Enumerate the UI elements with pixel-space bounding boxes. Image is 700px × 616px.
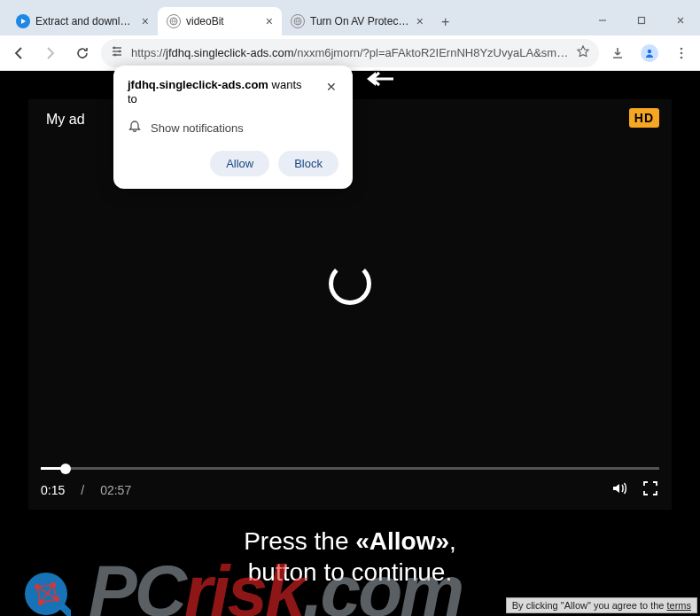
site-settings-icon[interactable] — [110, 44, 124, 61]
address-bar[interactable]: https://jfdhq.singleclick-ads.com/nxxm6j… — [101, 39, 599, 67]
terms-link[interactable]: terms — [667, 600, 692, 611]
volume-icon[interactable] — [610, 479, 629, 501]
tab-0[interactable]: Extract and download audio an × — [7, 7, 158, 35]
close-icon[interactable]: × — [266, 14, 273, 28]
tab-2[interactable]: Turn On AV Protection × — [282, 7, 432, 35]
window-controls — [583, 5, 700, 35]
duration: 02:57 — [100, 483, 131, 497]
play-circle-icon — [16, 14, 30, 28]
time-separator: / — [81, 483, 84, 497]
svg-point-7 — [681, 47, 683, 50]
terms-disclaimer: By clicking "Allow" you agree to the ter… — [506, 597, 697, 613]
annotation-arrow-icon — [365, 69, 395, 92]
forward-button[interactable] — [37, 40, 64, 66]
cta-text: Press the «Allow», button to continue. — [0, 526, 700, 588]
tab-1[interactable]: videoBit × — [158, 7, 282, 35]
hd-badge: HD — [629, 108, 659, 128]
globe-icon — [167, 14, 181, 28]
fullscreen-icon[interactable] — [642, 480, 659, 500]
globe-icon — [291, 14, 305, 28]
back-button[interactable] — [5, 40, 32, 66]
svg-point-4 — [119, 51, 121, 53]
close-window-button[interactable] — [661, 5, 700, 35]
loading-spinner-icon — [329, 262, 371, 305]
svg-point-14 — [54, 597, 59, 602]
maximize-button[interactable] — [622, 5, 661, 35]
url-text: https://jfdhq.singleclick-ads.com/nxxm6j… — [131, 46, 569, 59]
menu-button[interactable] — [668, 40, 695, 66]
permission-row: Show notifications — [128, 120, 338, 136]
close-icon[interactable]: ✕ — [324, 78, 338, 96]
profile-button[interactable] — [636, 40, 663, 66]
svg-rect-2 — [639, 18, 645, 24]
minimize-button[interactable] — [583, 5, 622, 35]
svg-point-5 — [114, 54, 117, 57]
close-icon[interactable]: × — [416, 14, 424, 28]
block-button[interactable]: Block — [278, 151, 338, 176]
download-icon[interactable] — [604, 40, 631, 66]
user-icon — [641, 44, 658, 62]
video-title: My ad — [46, 112, 85, 128]
svg-point-8 — [681, 51, 683, 54]
svg-point-3 — [113, 47, 116, 50]
current-time: 0:15 — [41, 483, 65, 497]
permission-origin: jfdhq.singleclick-ads.com wants to — [128, 78, 314, 107]
new-tab-button[interactable]: + — [432, 9, 458, 35]
close-icon[interactable]: × — [142, 14, 149, 28]
permission-label: Show notifications — [151, 121, 244, 135]
progress-thumb[interactable] — [60, 464, 71, 474]
tab-title: Turn On AV Protection — [310, 15, 411, 27]
reload-button[interactable] — [69, 40, 96, 66]
browser-titlebar: Extract and download audio an × videoBit… — [0, 0, 700, 35]
tab-title: Extract and download audio an — [35, 15, 136, 27]
svg-point-6 — [648, 49, 651, 52]
tab-title: videoBit — [186, 15, 261, 27]
svg-point-9 — [681, 56, 683, 58]
star-icon[interactable] — [576, 44, 590, 61]
player-controls: 0:15 / 02:57 — [28, 460, 672, 510]
bell-icon — [128, 120, 142, 136]
notification-permission-dialog: jfdhq.singleclick-ads.com wants to ✕ Sho… — [113, 66, 353, 189]
progress-bar[interactable] — [41, 467, 659, 470]
allow-button[interactable]: Allow — [210, 151, 269, 176]
browser-toolbar: https://jfdhq.singleclick-ads.com/nxxm6j… — [0, 35, 700, 71]
svg-point-13 — [38, 600, 43, 605]
